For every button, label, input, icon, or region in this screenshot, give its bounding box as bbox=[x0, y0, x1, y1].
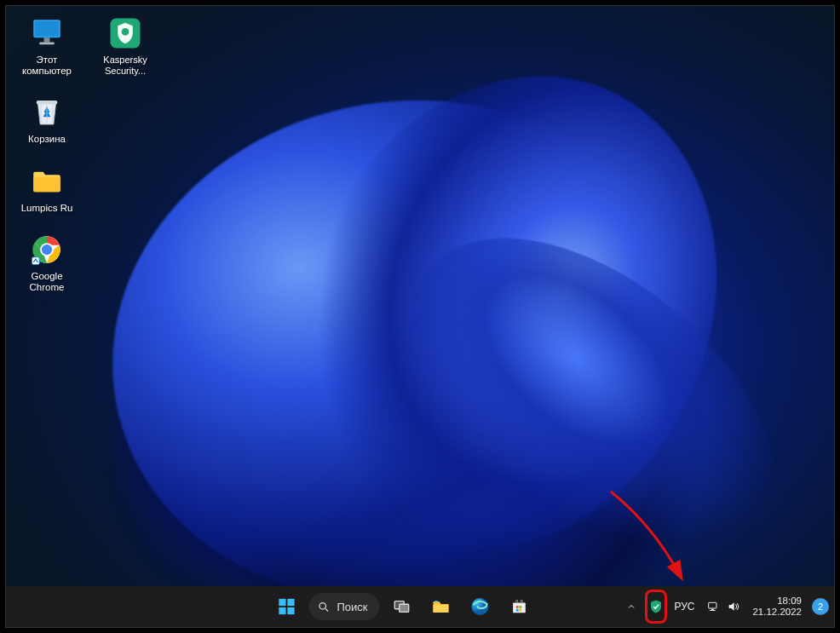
search-placeholder: Поиск bbox=[337, 601, 367, 613]
svg-rect-24 bbox=[520, 606, 522, 608]
icon-label: Этот компьютер bbox=[16, 55, 78, 77]
svg-rect-20 bbox=[435, 601, 438, 602]
icon-label: Lumpics Ru bbox=[21, 203, 73, 214]
svg-line-16 bbox=[325, 608, 328, 611]
svg-rect-18 bbox=[400, 604, 409, 612]
svg-rect-10 bbox=[32, 257, 40, 265]
desktop-icon-this-pc[interactable]: Этот компьютер bbox=[16, 14, 78, 77]
start-button[interactable] bbox=[269, 590, 303, 624]
svg-rect-14 bbox=[287, 607, 294, 614]
clock-time: 18:09 bbox=[777, 596, 802, 607]
network-icon bbox=[706, 600, 720, 613]
svg-rect-6 bbox=[37, 101, 58, 104]
desktop-icon-recycle-bin[interactable]: Корзина bbox=[16, 94, 78, 145]
taskbar-search[interactable]: Поиск bbox=[308, 593, 379, 620]
svg-point-5 bbox=[122, 28, 129, 36]
store-icon bbox=[510, 597, 529, 616]
recycle-bin-icon bbox=[28, 94, 66, 131]
monitor-icon bbox=[28, 14, 66, 52]
store-button[interactable] bbox=[503, 590, 537, 624]
svg-rect-23 bbox=[516, 606, 519, 608]
desktop-icon-lumpics-folder[interactable]: Lumpics Ru bbox=[16, 163, 78, 214]
notification-badge[interactable]: 2 bbox=[812, 598, 829, 615]
edge-button[interactable] bbox=[463, 590, 498, 624]
svg-rect-27 bbox=[709, 602, 716, 608]
kaspersky-shield-icon bbox=[648, 599, 664, 614]
svg-rect-26 bbox=[520, 609, 522, 612]
svg-rect-25 bbox=[516, 609, 519, 612]
folder-icon bbox=[28, 163, 66, 200]
svg-rect-3 bbox=[39, 43, 55, 45]
icon-label: Корзина bbox=[28, 134, 66, 145]
svg-point-9 bbox=[42, 245, 52, 255]
desktop-icon-chrome[interactable]: Google Chrome bbox=[16, 231, 78, 293]
edge-icon bbox=[470, 596, 491, 617]
svg-rect-1 bbox=[35, 21, 59, 37]
svg-rect-11 bbox=[279, 599, 285, 606]
system-icons-group[interactable] bbox=[701, 590, 745, 624]
clock-date: 21.12.2022 bbox=[752, 607, 802, 618]
svg-rect-19 bbox=[434, 605, 449, 613]
icon-label: Kaspersky Security... bbox=[95, 55, 156, 76]
tray-kaspersky-icon[interactable] bbox=[645, 590, 667, 624]
svg-rect-12 bbox=[287, 599, 294, 606]
windows-logo-icon bbox=[277, 597, 296, 616]
search-icon bbox=[317, 601, 330, 613]
language-indicator[interactable]: РУС bbox=[669, 601, 699, 613]
svg-point-15 bbox=[319, 602, 326, 609]
taskbar-clock[interactable]: 18:09 21.12.2022 bbox=[747, 596, 807, 618]
kaspersky-shield-icon bbox=[106, 14, 144, 52]
svg-rect-13 bbox=[279, 607, 285, 614]
task-view-button[interactable] bbox=[385, 590, 419, 624]
file-explorer-button[interactable] bbox=[424, 590, 458, 624]
svg-rect-29 bbox=[710, 610, 716, 611]
volume-icon bbox=[727, 600, 740, 613]
chevron-up-icon bbox=[626, 601, 636, 612]
icon-label: Google Chrome bbox=[16, 271, 78, 293]
task-view-icon bbox=[393, 597, 411, 616]
chrome-icon bbox=[28, 231, 66, 268]
svg-rect-28 bbox=[711, 609, 714, 610]
tray-chevron-up[interactable] bbox=[619, 590, 643, 624]
svg-rect-2 bbox=[44, 37, 50, 42]
folder-icon bbox=[431, 596, 452, 617]
desktop-icons-area: Этот компьютер Kaspersky Security... bbox=[16, 14, 156, 293]
taskbar: Поиск bbox=[6, 586, 834, 627]
desktop-icon-kaspersky[interactable]: Kaspersky Security... bbox=[95, 14, 156, 77]
